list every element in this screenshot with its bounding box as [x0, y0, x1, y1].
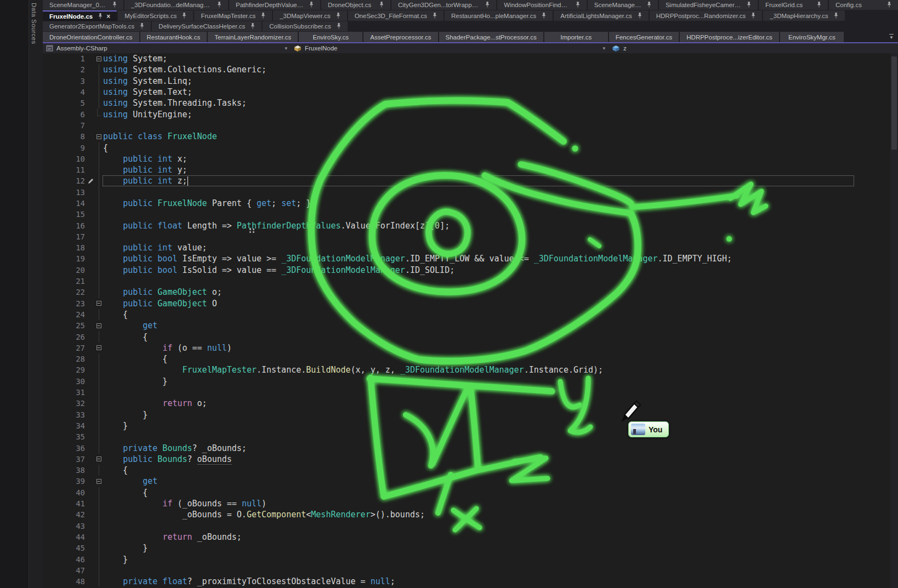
code-line[interactable]: 18 public int value; [43, 242, 898, 253]
editor-tab[interactable]: AssetPreprocessor.cs [363, 32, 437, 42]
pin-icon[interactable] [337, 22, 341, 30]
code-line[interactable]: 30 } [43, 376, 898, 387]
minus-box-icon[interactable]: − [96, 56, 101, 61]
pin-icon[interactable] [140, 22, 144, 30]
pin-icon[interactable] [638, 12, 642, 20]
code-line[interactable]: 43 [43, 520, 898, 531]
pin-icon[interactable] [647, 1, 651, 9]
pin-icon[interactable] [485, 1, 490, 9]
code-line[interactable]: 14 public FruxelNode Parent { get; set; … [43, 198, 898, 209]
code-line[interactable]: 22 public GameObject o; [43, 287, 898, 298]
editor-tab[interactable]: _3DMapViewer.cs [273, 10, 346, 21]
code-line[interactable]: 38 { [43, 465, 898, 476]
pin-icon[interactable] [336, 12, 340, 20]
editor-tab[interactable]: DeliverySurfaceClassHelper.cs [152, 21, 262, 31]
code-line[interactable]: 47 [43, 565, 898, 576]
code-line[interactable]: 16 public float Length => PathfinderDept… [43, 220, 898, 231]
code-line[interactable]: 10 public int x; [43, 153, 898, 164]
chevron-down-icon[interactable]: ▾ [603, 45, 605, 51]
scrollbar-thumb[interactable] [891, 56, 897, 150]
editor-tab[interactable]: RestaurantHo...pleManager.cs [445, 10, 553, 21]
editor-tab[interactable]: Importer.cs [544, 32, 608, 42]
code-line[interactable]: 29 FruxelMapTester.Instance.BuildNode(x,… [43, 364, 898, 375]
editor-tab[interactable]: CityGen3DGen...torWrapper.cs [391, 0, 496, 10]
vertical-scrollbar[interactable] [890, 53, 898, 588]
code-line[interactable]: 19 public bool IsEmpty => value >= _3DFo… [43, 253, 898, 264]
type-dropdown[interactable]: FruxelNode ▾ [291, 43, 609, 53]
code-line[interactable]: 13 [43, 187, 898, 198]
code-line[interactable]: 39− get [43, 476, 898, 487]
code-line[interactable]: 44 return _oBounds; [43, 532, 898, 543]
code-line[interactable]: 20 public bool IsSolid => value == _3DFo… [43, 265, 898, 276]
minus-box-icon[interactable]: − [96, 301, 101, 306]
code-line[interactable]: 32 return o; [43, 398, 898, 409]
code-line[interactable]: 4using System.Text; [43, 87, 898, 98]
minus-box-icon[interactable]: − [96, 345, 101, 350]
editor-tab[interactable]: ShaderPackage...stProcessor.cs [439, 32, 543, 42]
pin-icon[interactable] [261, 12, 265, 20]
fold-collapse-marker[interactable]: − [94, 53, 103, 64]
code-line[interactable]: 45 } [43, 543, 898, 553]
code-line[interactable]: 6using UnityEngine; [43, 109, 898, 119]
fold-collapse-marker[interactable]: − [94, 298, 103, 309]
editor-tab[interactable]: FruxelGrid.cs [759, 0, 828, 10]
pin-icon[interactable] [834, 12, 838, 20]
code-line[interactable]: 12 public int z; [43, 175, 898, 186]
minus-box-icon[interactable]: − [96, 134, 101, 139]
pin-icon[interactable] [433, 12, 437, 20]
fold-collapse-marker[interactable]: − [94, 320, 103, 331]
chevron-down-icon[interactable]: ▾ [285, 45, 287, 51]
minus-box-icon[interactable]: − [96, 323, 101, 328]
code-line[interactable]: 31 [43, 387, 898, 398]
code-line[interactable]: 34 } [43, 420, 898, 431]
editor-tab[interactable]: TerrainLayerRandomizer.cs [208, 32, 298, 42]
code-line[interactable]: 37− public Bounds? oBounds [43, 454, 898, 465]
code-line[interactable]: 23− public GameObject O [43, 298, 898, 309]
code-line[interactable]: 42 _oBounds = O.GetComponent<MeshRendere… [43, 509, 898, 520]
pin-icon[interactable] [576, 1, 580, 9]
pin-icon[interactable] [887, 1, 891, 9]
pin-icon[interactable] [751, 12, 755, 20]
editor-tab[interactable]: DroneObject.cs [321, 0, 390, 10]
fold-collapse-marker[interactable]: − [94, 131, 103, 142]
editor-tab[interactable]: WindowPositionFinder.cs [497, 0, 587, 10]
minus-box-icon[interactable]: − [96, 479, 101, 484]
code-line[interactable]: 40 { [43, 487, 898, 498]
editor-tab[interactable]: Generator2ExportMapTools.cs [43, 21, 151, 31]
editor-tab[interactable]: FruxelNode.cs× [43, 10, 117, 21]
tab-overflow-button[interactable]: ▼ [889, 34, 894, 40]
code-line[interactable]: 5using System.Threading.Tasks; [43, 98, 898, 109]
pin-icon[interactable] [747, 1, 751, 9]
editor-tab[interactable]: DroneOrientationController.cs [43, 32, 139, 42]
editor-tab[interactable]: EnviroSkyMgr.cs [780, 32, 844, 42]
pin-icon[interactable] [379, 1, 384, 9]
fold-collapse-marker[interactable]: − [94, 454, 103, 465]
pin-icon[interactable] [251, 22, 255, 30]
editor-tab[interactable]: EnviroSky.cs [299, 32, 362, 42]
editor-tab[interactable]: FruxelMapTester.cs [194, 10, 272, 21]
code-line[interactable]: 7 [43, 120, 898, 131]
pin-icon[interactable] [309, 1, 314, 9]
editor-tab[interactable]: SimulatedFisheyeCamera.cs [659, 0, 758, 10]
code-line[interactable]: 36 private Bounds? _oBounds; [43, 442, 898, 453]
project-dropdown[interactable]: Assembly-CSharp ▾ [43, 43, 291, 53]
code-line[interactable]: 27− if (o == null) [43, 342, 898, 353]
code-line[interactable]: 28 { [43, 353, 898, 364]
code-line[interactable]: 33 } [43, 409, 898, 420]
pin-icon[interactable] [98, 13, 103, 20]
pin-icon[interactable] [217, 1, 221, 9]
code-line[interactable]: 24 { [43, 309, 898, 320]
code-line[interactable]: 11 public int y; [43, 164, 898, 175]
editor-tab[interactable]: PathfinderDepthValues.cs [229, 0, 320, 10]
editor-tab[interactable]: _3DFoundatio...delManager.cs [124, 0, 228, 10]
pin-icon[interactable] [817, 1, 821, 9]
code-line[interactable]: 1−using System; [43, 53, 898, 64]
member-dropdown[interactable]: z [609, 43, 630, 53]
code-line[interactable]: 41 if (_oBounds == null) [43, 498, 898, 509]
code-line[interactable]: 26 { [43, 331, 898, 342]
pin-icon[interactable] [112, 1, 117, 9]
editor-tab[interactable]: _3DMapHierarchy.cs [763, 10, 845, 21]
code-line[interactable]: 3using System.Linq; [43, 76, 898, 87]
code-line[interactable]: 35 [43, 431, 898, 442]
code-line[interactable]: 46 } [43, 553, 898, 564]
